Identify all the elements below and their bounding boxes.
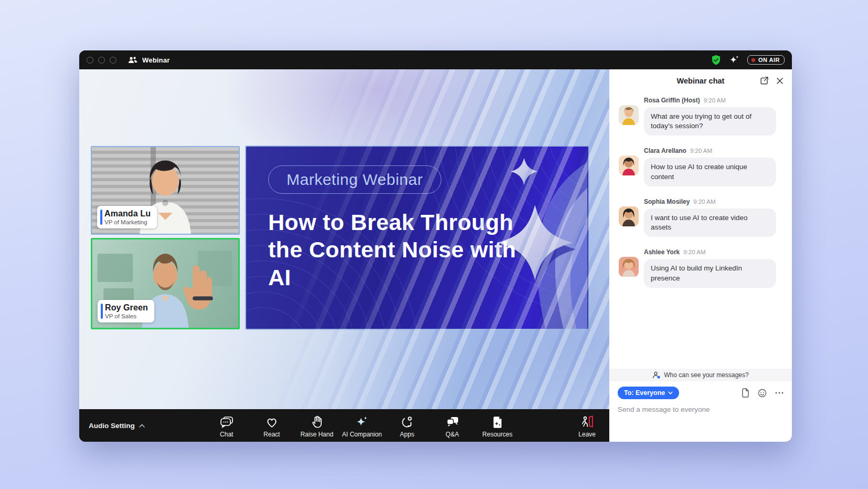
apps-button[interactable]: Apps <box>387 413 427 438</box>
participant-role: VP of Sales <box>105 313 148 319</box>
resources-button[interactable]: Resources <box>478 413 517 438</box>
chat-message: Rosa Griffin (Host)9:20 AM What are you … <box>619 97 782 136</box>
participant-video-amanda[interactable]: Amanda Lu VP of Marketing <box>91 146 240 235</box>
apps-button-label: Apps <box>400 431 414 438</box>
participants-icon <box>128 56 138 64</box>
attach-file-icon[interactable] <box>742 388 749 398</box>
message-bubble: I want to use AI to create video assets <box>644 209 776 237</box>
audio-setting-label: Audio Setting <box>89 422 135 430</box>
chat-header: Webinar chat <box>609 69 792 92</box>
window-titlebar: Webinar ON AIR <box>79 50 792 69</box>
react-button-label: React <box>263 431 280 438</box>
on-air-dot-icon <box>751 58 756 63</box>
participant-role: VP of Marketing <box>104 219 151 225</box>
chat-button-label: Chat <box>220 431 233 438</box>
webinar-chat-panel: Webinar chat Rosa Griffin (Ho <box>609 69 792 442</box>
chat-message: Clara Arellano9:20 AM How to use AI to c… <box>619 147 782 186</box>
sender-name: Ashlee York <box>644 248 680 256</box>
traffic-light-zoom-button[interactable] <box>110 57 117 64</box>
slide-headline: How to Break Through the Content Noise w… <box>268 209 520 291</box>
participant-name: Amanda Lu <box>104 209 151 219</box>
on-air-badge: ON AIR <box>747 55 785 65</box>
to-everyone-label: To: Everyone <box>624 389 665 397</box>
nametag-roy: Roy Green VP of Sales <box>98 300 154 322</box>
traffic-light-minimize-button[interactable] <box>98 57 105 64</box>
window-controls <box>87 57 117 64</box>
message-time: 9:20 AM <box>690 148 712 154</box>
chat-message: Sophia Mosiley9:20 AM I want to use AI t… <box>619 198 782 237</box>
audio-setting-button[interactable]: Audio Setting <box>89 422 145 430</box>
chat-message: Ashlee York9:20 AM Using AI to build my … <box>619 248 782 287</box>
emoji-icon[interactable] <box>758 389 767 398</box>
webinar-stage: Amanda Lu VP of Marketing <box>79 69 609 409</box>
avatar-sophia <box>619 206 639 226</box>
chat-bubble-icon <box>219 415 235 429</box>
qa-bubbles-icon <box>445 415 460 429</box>
nametag-amanda: Amanda Lu VP of Marketing <box>97 206 157 228</box>
avatar-clara <box>619 155 639 175</box>
ai-sparkle-icon <box>355 415 369 429</box>
close-chat-icon[interactable] <box>776 77 784 85</box>
message-bubble: How to use AI to create unique content <box>644 158 776 186</box>
traffic-light-close-button[interactable] <box>87 57 93 64</box>
sender-name: Sophia Mosiley <box>644 198 690 205</box>
ai-companion-status-icon[interactable] <box>728 55 740 66</box>
document-sparkle-icon <box>491 415 504 429</box>
qa-button-label: Q&A <box>446 431 459 438</box>
shared-presentation-slide: Marketing Webinar How to Break Through t… <box>245 145 589 330</box>
message-time: 9:20 AM <box>683 249 705 255</box>
chevron-up-icon <box>139 424 145 428</box>
heart-icon <box>265 415 279 429</box>
message-privacy-bar[interactable]: Who can see your messages? <box>609 369 792 381</box>
avatar-ashlee <box>619 257 639 277</box>
chevron-down-icon <box>668 391 673 394</box>
message-time: 9:20 AM <box>693 199 715 205</box>
webinar-window: Webinar ON AIR <box>79 50 792 442</box>
chat-button[interactable]: Chat <box>207 413 247 438</box>
window-title: Webinar <box>142 56 170 64</box>
leave-door-icon <box>580 415 595 429</box>
participant-video-roy[interactable]: Roy Green VP of Sales <box>91 238 240 329</box>
chat-message-list[interactable]: Rosa Griffin (Host)9:20 AM What are you … <box>609 92 792 369</box>
sender-name: Clara Arellano <box>644 147 686 154</box>
apps-icon <box>400 415 414 429</box>
avatar-rosa <box>619 105 639 125</box>
chat-message-input[interactable] <box>609 401 792 414</box>
message-bubble: What are you trying to get out of today'… <box>644 107 776 136</box>
raised-hand-icon <box>310 415 324 429</box>
window-title-group: Webinar <box>128 56 170 64</box>
qa-button[interactable]: Q&A <box>432 413 472 438</box>
ai-companion-button-label: AI Companion <box>342 431 382 438</box>
to-everyone-selector[interactable]: To: Everyone <box>618 387 679 399</box>
raise-hand-button[interactable]: Raise Hand <box>297 413 337 438</box>
raise-hand-button-label: Raise Hand <box>300 431 333 438</box>
on-air-label: ON AIR <box>758 57 780 63</box>
chat-footer: Who can see your messages? To: Everyone <box>609 369 792 442</box>
slide-title-badge: Marketing Webinar <box>268 165 441 194</box>
leave-button[interactable]: Leave <box>578 413 596 438</box>
person-visibility-icon <box>652 371 661 379</box>
leave-button-label: Leave <box>578 431 596 438</box>
participant-name: Roy Green <box>105 303 148 313</box>
message-time: 9:20 AM <box>704 97 726 103</box>
sender-name: Rosa Griffin (Host) <box>644 97 700 104</box>
pop-out-chat-icon[interactable] <box>760 76 769 85</box>
react-button[interactable]: React <box>252 413 292 438</box>
meeting-toolbar: Audio Setting Chat <box>79 409 609 442</box>
security-shield-icon[interactable] <box>711 55 721 66</box>
resources-button-label: Resources <box>482 431 512 438</box>
message-bubble: Using AI to build my LinkedIn presence <box>644 259 776 287</box>
ai-companion-button[interactable]: AI Companion <box>342 413 382 438</box>
privacy-note-label: Who can see your messages? <box>664 371 748 379</box>
more-options-icon[interactable] <box>775 392 784 394</box>
